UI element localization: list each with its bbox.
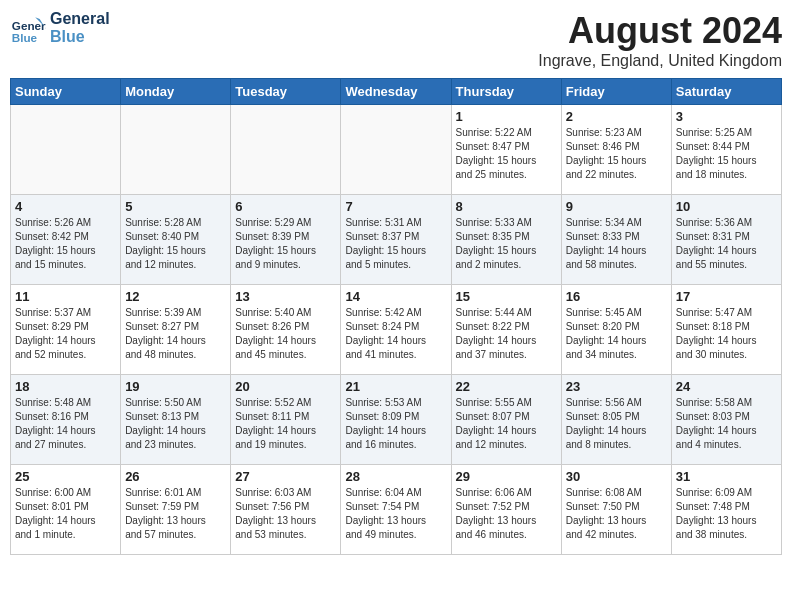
svg-text:Blue: Blue bbox=[12, 31, 38, 44]
day-info: Sunrise: 5:47 AM Sunset: 8:18 PM Dayligh… bbox=[676, 306, 777, 362]
day-info: Sunrise: 5:25 AM Sunset: 8:44 PM Dayligh… bbox=[676, 126, 777, 182]
calendar-cell bbox=[341, 105, 451, 195]
day-number: 4 bbox=[15, 199, 116, 214]
calendar-cell: 12Sunrise: 5:39 AM Sunset: 8:27 PM Dayli… bbox=[121, 285, 231, 375]
day-number: 20 bbox=[235, 379, 336, 394]
day-number: 25 bbox=[15, 469, 116, 484]
day-info: Sunrise: 5:37 AM Sunset: 8:29 PM Dayligh… bbox=[15, 306, 116, 362]
day-info: Sunrise: 6:09 AM Sunset: 7:48 PM Dayligh… bbox=[676, 486, 777, 542]
day-header-thursday: Thursday bbox=[451, 79, 561, 105]
day-info: Sunrise: 5:44 AM Sunset: 8:22 PM Dayligh… bbox=[456, 306, 557, 362]
calendar-cell: 29Sunrise: 6:06 AM Sunset: 7:52 PM Dayli… bbox=[451, 465, 561, 555]
calendar-cell: 14Sunrise: 5:42 AM Sunset: 8:24 PM Dayli… bbox=[341, 285, 451, 375]
calendar-cell: 24Sunrise: 5:58 AM Sunset: 8:03 PM Dayli… bbox=[671, 375, 781, 465]
calendar-cell: 18Sunrise: 5:48 AM Sunset: 8:16 PM Dayli… bbox=[11, 375, 121, 465]
day-number: 29 bbox=[456, 469, 557, 484]
calendar-cell: 25Sunrise: 6:00 AM Sunset: 8:01 PM Dayli… bbox=[11, 465, 121, 555]
day-number: 5 bbox=[125, 199, 226, 214]
calendar-cell: 31Sunrise: 6:09 AM Sunset: 7:48 PM Dayli… bbox=[671, 465, 781, 555]
day-number: 23 bbox=[566, 379, 667, 394]
calendar-cell: 17Sunrise: 5:47 AM Sunset: 8:18 PM Dayli… bbox=[671, 285, 781, 375]
day-header-tuesday: Tuesday bbox=[231, 79, 341, 105]
calendar-cell: 3Sunrise: 5:25 AM Sunset: 8:44 PM Daylig… bbox=[671, 105, 781, 195]
day-number: 9 bbox=[566, 199, 667, 214]
day-info: Sunrise: 5:22 AM Sunset: 8:47 PM Dayligh… bbox=[456, 126, 557, 182]
day-info: Sunrise: 5:58 AM Sunset: 8:03 PM Dayligh… bbox=[676, 396, 777, 452]
day-info: Sunrise: 5:50 AM Sunset: 8:13 PM Dayligh… bbox=[125, 396, 226, 452]
calendar-cell bbox=[231, 105, 341, 195]
day-number: 3 bbox=[676, 109, 777, 124]
day-info: Sunrise: 5:55 AM Sunset: 8:07 PM Dayligh… bbox=[456, 396, 557, 452]
day-info: Sunrise: 6:08 AM Sunset: 7:50 PM Dayligh… bbox=[566, 486, 667, 542]
day-number: 26 bbox=[125, 469, 226, 484]
day-number: 14 bbox=[345, 289, 446, 304]
calendar-cell: 22Sunrise: 5:55 AM Sunset: 8:07 PM Dayli… bbox=[451, 375, 561, 465]
title-area: August 2024 Ingrave, England, United Kin… bbox=[538, 10, 782, 70]
calendar-cell: 26Sunrise: 6:01 AM Sunset: 7:59 PM Dayli… bbox=[121, 465, 231, 555]
day-number: 6 bbox=[235, 199, 336, 214]
calendar-cell: 15Sunrise: 5:44 AM Sunset: 8:22 PM Dayli… bbox=[451, 285, 561, 375]
day-number: 8 bbox=[456, 199, 557, 214]
calendar-cell: 6Sunrise: 5:29 AM Sunset: 8:39 PM Daylig… bbox=[231, 195, 341, 285]
day-info: Sunrise: 5:28 AM Sunset: 8:40 PM Dayligh… bbox=[125, 216, 226, 272]
week-row-5: 25Sunrise: 6:00 AM Sunset: 8:01 PM Dayli… bbox=[11, 465, 782, 555]
day-info: Sunrise: 6:04 AM Sunset: 7:54 PM Dayligh… bbox=[345, 486, 446, 542]
day-number: 11 bbox=[15, 289, 116, 304]
day-info: Sunrise: 5:33 AM Sunset: 8:35 PM Dayligh… bbox=[456, 216, 557, 272]
day-info: Sunrise: 5:39 AM Sunset: 8:27 PM Dayligh… bbox=[125, 306, 226, 362]
header: General Blue General Blue August 2024 In… bbox=[10, 10, 782, 70]
calendar-cell: 21Sunrise: 5:53 AM Sunset: 8:09 PM Dayli… bbox=[341, 375, 451, 465]
calendar-cell: 23Sunrise: 5:56 AM Sunset: 8:05 PM Dayli… bbox=[561, 375, 671, 465]
day-info: Sunrise: 5:48 AM Sunset: 8:16 PM Dayligh… bbox=[15, 396, 116, 452]
calendar-cell: 5Sunrise: 5:28 AM Sunset: 8:40 PM Daylig… bbox=[121, 195, 231, 285]
day-info: Sunrise: 5:40 AM Sunset: 8:26 PM Dayligh… bbox=[235, 306, 336, 362]
logo-line1: General bbox=[50, 10, 110, 28]
day-info: Sunrise: 6:06 AM Sunset: 7:52 PM Dayligh… bbox=[456, 486, 557, 542]
day-number: 15 bbox=[456, 289, 557, 304]
day-number: 7 bbox=[345, 199, 446, 214]
day-number: 22 bbox=[456, 379, 557, 394]
day-number: 21 bbox=[345, 379, 446, 394]
svg-text:General: General bbox=[12, 19, 46, 32]
day-info: Sunrise: 6:01 AM Sunset: 7:59 PM Dayligh… bbox=[125, 486, 226, 542]
calendar-body: 1Sunrise: 5:22 AM Sunset: 8:47 PM Daylig… bbox=[11, 105, 782, 555]
day-info: Sunrise: 5:34 AM Sunset: 8:33 PM Dayligh… bbox=[566, 216, 667, 272]
calendar-cell: 10Sunrise: 5:36 AM Sunset: 8:31 PM Dayli… bbox=[671, 195, 781, 285]
day-info: Sunrise: 5:53 AM Sunset: 8:09 PM Dayligh… bbox=[345, 396, 446, 452]
week-row-1: 1Sunrise: 5:22 AM Sunset: 8:47 PM Daylig… bbox=[11, 105, 782, 195]
day-info: Sunrise: 5:29 AM Sunset: 8:39 PM Dayligh… bbox=[235, 216, 336, 272]
calendar-cell: 28Sunrise: 6:04 AM Sunset: 7:54 PM Dayli… bbox=[341, 465, 451, 555]
calendar-cell bbox=[11, 105, 121, 195]
calendar-cell: 9Sunrise: 5:34 AM Sunset: 8:33 PM Daylig… bbox=[561, 195, 671, 285]
day-info: Sunrise: 6:00 AM Sunset: 8:01 PM Dayligh… bbox=[15, 486, 116, 542]
day-header-wednesday: Wednesday bbox=[341, 79, 451, 105]
day-number: 13 bbox=[235, 289, 336, 304]
calendar-cell: 16Sunrise: 5:45 AM Sunset: 8:20 PM Dayli… bbox=[561, 285, 671, 375]
logo: General Blue General Blue bbox=[10, 10, 110, 46]
day-info: Sunrise: 5:23 AM Sunset: 8:46 PM Dayligh… bbox=[566, 126, 667, 182]
calendar-cell: 30Sunrise: 6:08 AM Sunset: 7:50 PM Dayli… bbox=[561, 465, 671, 555]
day-number: 24 bbox=[676, 379, 777, 394]
day-number: 30 bbox=[566, 469, 667, 484]
logo-icon: General Blue bbox=[10, 10, 46, 46]
calendar-cell: 27Sunrise: 6:03 AM Sunset: 7:56 PM Dayli… bbox=[231, 465, 341, 555]
day-info: Sunrise: 5:45 AM Sunset: 8:20 PM Dayligh… bbox=[566, 306, 667, 362]
calendar-cell: 1Sunrise: 5:22 AM Sunset: 8:47 PM Daylig… bbox=[451, 105, 561, 195]
day-number: 10 bbox=[676, 199, 777, 214]
day-info: Sunrise: 5:42 AM Sunset: 8:24 PM Dayligh… bbox=[345, 306, 446, 362]
logo-line2: Blue bbox=[50, 28, 110, 46]
calendar-cell: 2Sunrise: 5:23 AM Sunset: 8:46 PM Daylig… bbox=[561, 105, 671, 195]
week-row-3: 11Sunrise: 5:37 AM Sunset: 8:29 PM Dayli… bbox=[11, 285, 782, 375]
day-number: 1 bbox=[456, 109, 557, 124]
day-number: 27 bbox=[235, 469, 336, 484]
day-header-saturday: Saturday bbox=[671, 79, 781, 105]
calendar-cell: 7Sunrise: 5:31 AM Sunset: 8:37 PM Daylig… bbox=[341, 195, 451, 285]
calendar-header-row: SundayMondayTuesdayWednesdayThursdayFrid… bbox=[11, 79, 782, 105]
calendar-cell: 11Sunrise: 5:37 AM Sunset: 8:29 PM Dayli… bbox=[11, 285, 121, 375]
day-number: 18 bbox=[15, 379, 116, 394]
day-number: 12 bbox=[125, 289, 226, 304]
day-number: 19 bbox=[125, 379, 226, 394]
day-number: 2 bbox=[566, 109, 667, 124]
day-header-sunday: Sunday bbox=[11, 79, 121, 105]
day-info: Sunrise: 5:56 AM Sunset: 8:05 PM Dayligh… bbox=[566, 396, 667, 452]
